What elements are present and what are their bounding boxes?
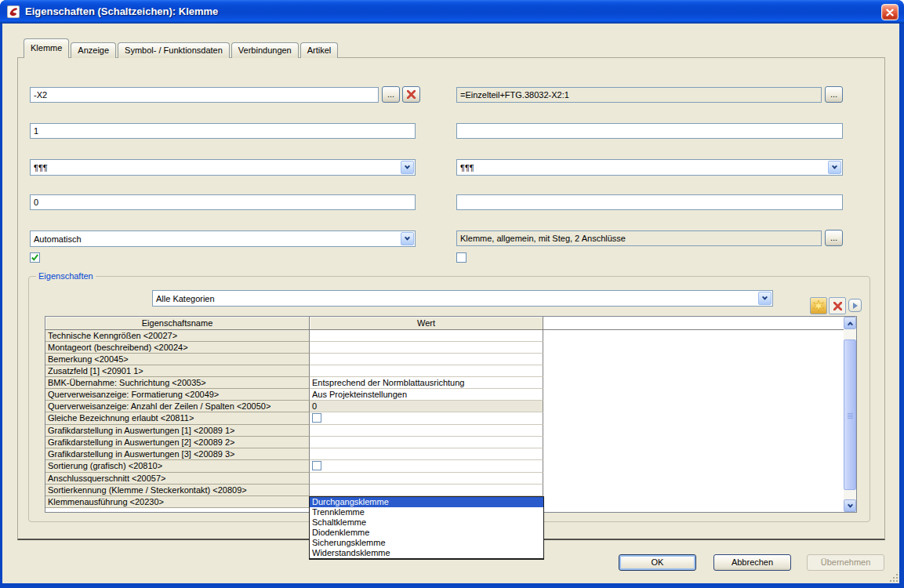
property-row[interactable]: Gleiche Bezeichnung erlaubt <20811> — [45, 412, 856, 425]
checkbox-icon[interactable] — [312, 461, 321, 470]
property-row[interactable]: Querverweisanzeige: Formatierung <20049>… — [45, 389, 856, 401]
property-name-cell[interactable]: Sortierung (grafisch) <20810> — [45, 460, 310, 473]
dropdown-item[interactable]: Widerstandsklemme — [310, 548, 543, 558]
external-edit-button[interactable] — [848, 299, 862, 312]
eigenschaften-group-label: Eigenschaften — [36, 271, 96, 281]
chevron-down-icon — [847, 502, 852, 507]
property-row[interactable]: Bemerkung <20045> — [45, 354, 856, 365]
property-value-cell[interactable] — [310, 354, 543, 365]
stegbruecke-combo[interactable]: Automatisch — [30, 230, 416, 247]
etage-input[interactable] — [30, 194, 416, 210]
funktionstext-input[interactable] — [456, 194, 843, 210]
vollstaendiges-bmk-browse-button[interactable]: ... — [825, 86, 843, 103]
dropdown-item[interactable]: Schaltklemme — [310, 517, 543, 528]
anschlussbeschreibung-combo[interactable]: ¶¶¶ — [456, 159, 843, 176]
bezeichnung-input[interactable] — [30, 123, 416, 139]
resize-grip[interactable] — [896, 580, 898, 582]
scrollbar-thumb[interactable] — [844, 339, 856, 490]
property-row[interactable]: Grafikdarstellung in Auswertungen [1] <2… — [45, 425, 856, 437]
property-value-cell[interactable] — [310, 342, 543, 354]
property-row[interactable]: Montageort (beschreibend) <20024> — [45, 342, 856, 354]
property-value-cell[interactable] — [310, 365, 543, 377]
property-name-cell[interactable]: Grafikdarstellung in Auswertungen [3] <2… — [45, 448, 310, 460]
chevron-down-icon[interactable] — [401, 232, 414, 245]
properties-dialog: Eigenschaften (Schaltzeichen): Klemme Kl… — [0, 0, 904, 588]
sichtbares-bmk-browse-button[interactable]: ... — [382, 86, 400, 103]
property-row[interactable]: Sortierkennung (Klemme / Steckerkontakt)… — [45, 485, 856, 496]
property-row[interactable]: Querverweisanzeige: Anzahl der Zeilen / … — [45, 401, 856, 412]
property-value-cell[interactable] — [310, 473, 543, 485]
property-row[interactable]: BMK-Übernahme: Suchrichtung <20035>Entsp… — [45, 377, 856, 389]
scroll-down-button[interactable] — [844, 499, 856, 512]
funktionsdefinition-input[interactable] — [456, 230, 822, 246]
property-value-cell[interactable]: 0 — [310, 401, 543, 412]
property-name-cell[interactable]: Technische Kenngrößen <20027> — [45, 330, 310, 342]
property-row[interactable]: Grafikdarstellung in Auswertungen [2] <2… — [45, 437, 856, 448]
teilklemme-checkbox[interactable] — [456, 252, 467, 263]
funktionsdefinition-browse-button[interactable]: ... — [825, 230, 843, 246]
property-name-cell[interactable]: Grafikdarstellung in Auswertungen [1] <2… — [45, 425, 310, 437]
property-value-cell[interactable] — [310, 485, 543, 496]
vertical-scrollbar[interactable] — [844, 317, 856, 512]
sichtbares-bmk-delete-button[interactable] — [402, 86, 420, 103]
property-name-cell[interactable]: Gleiche Bezeichnung erlaubt <20811> — [45, 412, 310, 425]
column-header-eigenschaftsname[interactable]: Eigenschaftsname — [45, 317, 310, 329]
red-x-icon — [407, 90, 416, 99]
tab-symbol-funktionsdaten[interactable]: Symbol- / Funktionsdaten — [118, 42, 230, 58]
property-name-cell[interactable]: BMK-Übernahme: Suchrichtung <20035> — [45, 377, 310, 389]
scroll-up-button[interactable] — [844, 317, 856, 329]
beschreibung-input[interactable] — [456, 123, 843, 139]
dropdown-item[interactable]: Trennklemme — [310, 507, 543, 517]
dropdown-item[interactable]: Diodenklemme — [310, 528, 543, 538]
sichtbares-bmk-input[interactable] — [30, 87, 379, 103]
hauptklemme-checkbox[interactable] — [30, 252, 40, 263]
property-value-cell[interactable] — [310, 448, 543, 460]
new-property-button[interactable] — [810, 297, 827, 314]
property-value-cell[interactable] — [310, 437, 543, 448]
chevron-down-icon[interactable] — [828, 161, 841, 174]
property-row[interactable]: Sortierung (grafisch) <20810> — [45, 460, 856, 473]
checkbox-icon[interactable] — [312, 413, 321, 423]
property-name-cell[interactable]: Grafikdarstellung in Auswertungen [2] <2… — [45, 437, 310, 448]
property-value-cell[interactable]: Entsprechend der Normblattausrichtung — [310, 377, 543, 389]
property-value-cell[interactable] — [310, 460, 543, 473]
column-header-wert[interactable]: Wert — [310, 317, 543, 329]
ok-button[interactable]: OK — [619, 554, 696, 571]
chevron-down-icon[interactable] — [401, 161, 414, 174]
property-name-cell[interactable]: Querverweisanzeige: Formatierung <20049> — [45, 389, 310, 401]
property-name-cell[interactable]: Montageort (beschreibend) <20024> — [45, 342, 310, 354]
chevron-down-icon[interactable] — [758, 292, 771, 305]
property-row[interactable]: Zusatzfeld [1] <20901 1> — [45, 365, 856, 377]
title-bar[interactable]: Eigenschaften (Schaltzeichen): Klemme — [0, 0, 904, 24]
property-name-cell[interactable]: Sortierkennung (Klemme / Steckerkontakt)… — [45, 485, 310, 496]
tab-anzeige[interactable]: Anzeige — [71, 42, 116, 58]
properties-table-body: Technische Kenngrößen <20027>Montageort … — [45, 330, 856, 508]
property-value-cell[interactable] — [310, 412, 543, 425]
property-value-cell[interactable]: Aus Projekteinstellungen — [310, 389, 543, 401]
dropdown-item[interactable]: Durchgangsklemme — [310, 497, 543, 507]
property-name-cell[interactable]: Anschlussquerschnitt <20057> — [45, 473, 310, 485]
property-name-cell[interactable]: Zusatzfeld [1] <20901 1> — [45, 365, 310, 377]
cancel-button[interactable]: Abbrechen — [713, 554, 791, 571]
delete-property-button[interactable] — [829, 297, 846, 314]
property-value-cell[interactable] — [310, 425, 543, 437]
vollstaendiges-bmk-input[interactable] — [456, 87, 822, 103]
property-row[interactable]: Anschlussquerschnitt <20057> — [45, 473, 856, 485]
window-title: Eigenschaften (Schaltzeichen): Klemme — [25, 0, 218, 24]
property-name-cell[interactable]: Querverweisanzeige: Anzahl der Zeilen / … — [45, 401, 310, 412]
app-icon[interactable] — [7, 5, 20, 18]
property-row[interactable]: Grafikdarstellung in Auswertungen [3] <2… — [45, 448, 856, 460]
property-name-cell[interactable]: Klemmenausführung <20230> — [45, 496, 310, 508]
close-button[interactable] — [881, 4, 899, 20]
dropdown-item[interactable]: Sicherungsklemme — [310, 538, 543, 548]
apply-button[interactable]: Übernehmen — [807, 554, 884, 571]
close-icon — [886, 9, 894, 16]
tab-klemme[interactable]: Klemme — [24, 38, 69, 58]
kategorie-combo[interactable]: Alle Kategorien — [152, 290, 773, 307]
property-row[interactable]: Technische Kenngrößen <20027> — [45, 330, 856, 342]
property-value-cell[interactable] — [310, 330, 543, 342]
property-name-cell[interactable]: Bemerkung <20045> — [45, 354, 310, 365]
tab-verbindungen[interactable]: Verbindungen — [231, 42, 299, 58]
anschlussbezeichnung-combo[interactable]: ¶¶¶ — [30, 159, 416, 176]
tab-artikel[interactable]: Artikel — [300, 42, 339, 58]
